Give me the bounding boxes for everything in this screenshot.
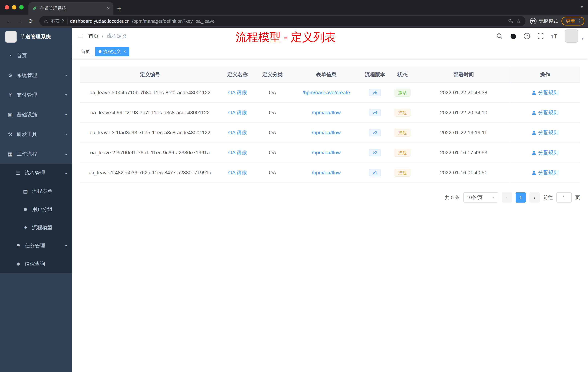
window-minimize-button[interactable] <box>12 5 16 10</box>
cell-definition-id: oa_leave:2:3c1f0ef1-76b1-11ec-9c66-a2380… <box>80 143 220 163</box>
tab-close-icon[interactable]: × <box>107 6 110 11</box>
cell-status: 激活 <box>388 83 418 103</box>
sidebar-item-label: 基础设施 <box>17 111 37 118</box>
user-avatar[interactable] <box>565 30 578 43</box>
sidebar-item-payment-management[interactable]: ¥ 支付管理 ▾ <box>0 85 72 105</box>
assign-rule-link[interactable]: 分配规则 <box>532 129 558 136</box>
gear-icon: ⚙ <box>7 72 13 78</box>
tags-view-bar: 首页 流程定义 × <box>72 44 588 59</box>
toolbox-icon: ▦ <box>7 151 13 157</box>
chevron-down-icon: ▾ <box>65 93 67 97</box>
address-bar[interactable]: ⚠ 不安全 dashboard.yudao.iocoder.cn/bpm/man… <box>39 16 525 26</box>
tag-close-icon[interactable]: × <box>123 49 126 54</box>
form-info-link[interactable]: /bpm/oa/flow <box>312 130 341 135</box>
page-number-button[interactable]: 1 <box>516 192 526 203</box>
sidebar-item-user-groups[interactable]: ☻ 用户分组 <box>0 200 72 219</box>
tag-label: 流程定义 <box>103 49 121 55</box>
definition-name-link[interactable]: OA 请假 <box>228 110 247 115</box>
sidebar-item-leave-query[interactable]: ☻ 请假查询 <box>0 255 72 273</box>
cell-status: 挂起 <box>388 163 418 183</box>
sidebar-item-process-management[interactable]: ☰ 流程管理 ▴ <box>0 164 72 182</box>
sidebar-item-system-management[interactable]: ⚙ 系统管理 ▾ <box>0 66 72 85</box>
version-tag: v2 <box>369 149 381 156</box>
version-tag: v4 <box>369 109 381 116</box>
sidebar-item-process-model[interactable]: ✈ 流程模型 <box>0 219 72 237</box>
breadcrumb-separator: / <box>102 33 103 39</box>
back-button[interactable]: ← <box>4 18 15 25</box>
avatar-caret-down-icon[interactable]: ▾ <box>582 36 584 41</box>
font-size-icon[interactable]: TT <box>551 33 558 40</box>
forward-button[interactable]: → <box>15 18 25 25</box>
github-icon[interactable] <box>510 33 516 39</box>
favicon-icon <box>32 6 37 11</box>
table-row: oa_leave:5:004b710b-7b8a-11ec-8ef0-acde4… <box>80 83 580 103</box>
definition-name-link[interactable]: OA 请假 <box>228 150 247 155</box>
tag-process-definition[interactable]: 流程定义 × <box>95 47 129 56</box>
new-tab-button[interactable]: + <box>117 5 121 12</box>
sidebar-item-label: 请假查询 <box>25 261 45 267</box>
goto-page-input[interactable] <box>556 192 572 203</box>
navbar-right: ? TT ▾ <box>496 30 588 43</box>
definition-name-link[interactable]: OA 请假 <box>228 90 247 95</box>
cell-version: v1 <box>363 163 388 183</box>
app: 芋道管理系统 ◔ 首页 ⚙ 系统管理 ▾ ¥ 支付管理 ▾ ▣ 基础设施 ▾ <box>0 28 588 372</box>
tab-search-chevron-icon[interactable]: ▾ <box>581 5 583 10</box>
cell-version: v5 <box>363 83 388 103</box>
list-icon: ☰ <box>15 170 21 176</box>
sidebar-item-label: 流程模型 <box>32 224 52 231</box>
window-close-button[interactable] <box>5 5 9 10</box>
assign-rule-link[interactable]: 分配规则 <box>532 109 558 116</box>
assign-rule-link[interactable]: 分配规则 <box>532 89 558 96</box>
bookmark-star-icon[interactable]: ☆ <box>516 18 521 24</box>
sidebar-item-process-form[interactable]: ▤ 流程表单 <box>0 182 72 200</box>
active-dot-icon <box>99 50 101 53</box>
form-info-link[interactable]: /bpm/oa/flow <box>312 110 341 115</box>
assign-rule-link[interactable]: 分配规则 <box>532 169 558 176</box>
cell-version: v2 <box>363 143 388 163</box>
help-icon[interactable]: ? <box>524 33 530 39</box>
sidebar-item-workflow[interactable]: ▦ 工作流程 ▴ <box>0 144 72 164</box>
sidebar-item-home[interactable]: ◔ 首页 <box>0 46 72 66</box>
page-size-select[interactable]: 10条/页 ▼ <box>463 192 498 203</box>
search-icon[interactable] <box>496 33 503 39</box>
page-size-value: 10条/页 <box>467 194 483 201</box>
update-label: 更新 <box>566 18 575 24</box>
form-info-link[interactable]: /bpm/oa/flow <box>312 170 341 175</box>
brand-logo-avatar <box>5 31 17 43</box>
browser-tab-strip: 芋道管理系统 × + ▾ <box>0 0 588 15</box>
sidebar-brand[interactable]: 芋道管理系统 <box>0 28 72 46</box>
form-info-link[interactable]: /bpm/oa/leave/create <box>303 90 350 95</box>
table-row: oa_leave:4:991f2193-7b7f-11ec-a3c8-acde4… <box>80 103 580 123</box>
paper-plane-icon: ✈ <box>22 225 28 230</box>
tag-home[interactable]: 首页 <box>78 47 93 56</box>
assign-rule-link[interactable]: 分配规则 <box>532 149 558 156</box>
browser-tab[interactable]: 芋道管理系统 × <box>28 2 114 15</box>
fullscreen-icon[interactable] <box>537 33 544 39</box>
warning-icon: ⚠ <box>44 18 48 24</box>
window-zoom-button[interactable] <box>19 5 24 10</box>
sidebar-item-label: 研发工具 <box>17 131 37 138</box>
reload-button[interactable]: ⟳ <box>25 18 36 25</box>
sidebar-item-dev-tools[interactable]: ⚒ 研发工具 ▾ <box>0 124 72 144</box>
definition-name-link[interactable]: OA 请假 <box>228 130 247 135</box>
column-header-definition-id: 定义编号 <box>80 67 220 83</box>
goto-label: 前往 <box>543 194 553 201</box>
hamburger-icon[interactable]: ☰ <box>72 33 88 40</box>
pagination-total: 共 5 条 <box>445 194 460 201</box>
sidebar-item-infrastructure[interactable]: ▣ 基础设施 ▾ <box>0 105 72 124</box>
update-button[interactable]: 更新 ⋮ <box>561 17 584 25</box>
person-icon <box>532 170 536 175</box>
password-key-icon[interactable] <box>508 18 514 24</box>
browser-menu-icon[interactable]: ⋮ <box>577 18 582 24</box>
chevron-up-icon: ▴ <box>65 152 67 156</box>
form-icon: ▤ <box>22 188 28 194</box>
cell-actions: 分配规则 <box>510 143 580 163</box>
security-label[interactable]: 不安全 <box>50 18 64 24</box>
breadcrumb-home[interactable]: 首页 <box>88 33 99 40</box>
sidebar-item-task-management[interactable]: ⚑ 任务管理 ▾ <box>0 237 72 255</box>
next-page-button[interactable]: › <box>529 192 540 203</box>
prev-page-button[interactable]: ‹ <box>502 192 512 203</box>
form-info-link[interactable]: /bpm/oa/flow <box>312 150 341 155</box>
definition-name-link[interactable]: OA 请假 <box>228 170 247 175</box>
column-header-version: 流程版本 <box>363 67 388 83</box>
